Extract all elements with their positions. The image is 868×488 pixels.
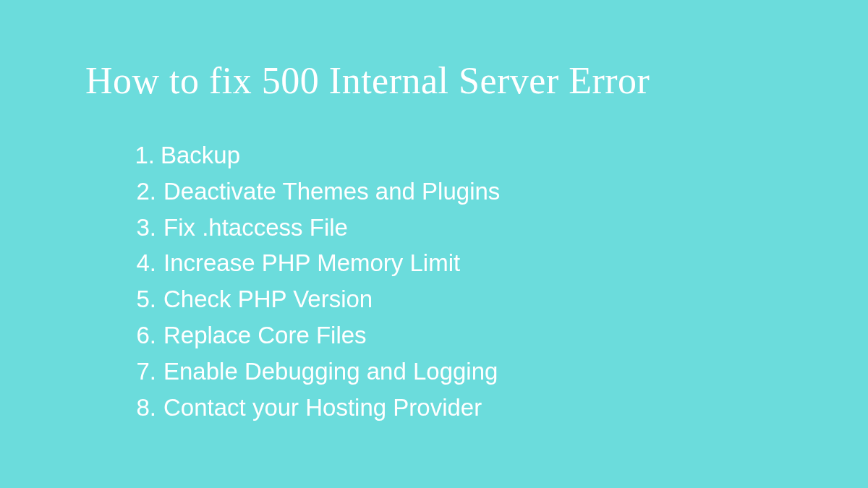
list-item: Deactivate Themes and Plugins [129,174,500,210]
list-item: Enable Debugging and Logging [129,354,500,390]
list-item: Increase PHP Memory Limit [129,245,500,281]
list-item: Fix .htaccess File [129,210,500,246]
steps-list: Backup Deactivate Themes and Plugins Fix… [129,137,500,426]
list-item: Contact your Hosting Provider [129,390,500,426]
page-title: How to fix 500 Internal Server Error [85,59,650,102]
list-item: Replace Core Files [129,317,500,354]
list-item: Check PHP Version [129,281,500,317]
list-item: Backup [129,137,500,174]
